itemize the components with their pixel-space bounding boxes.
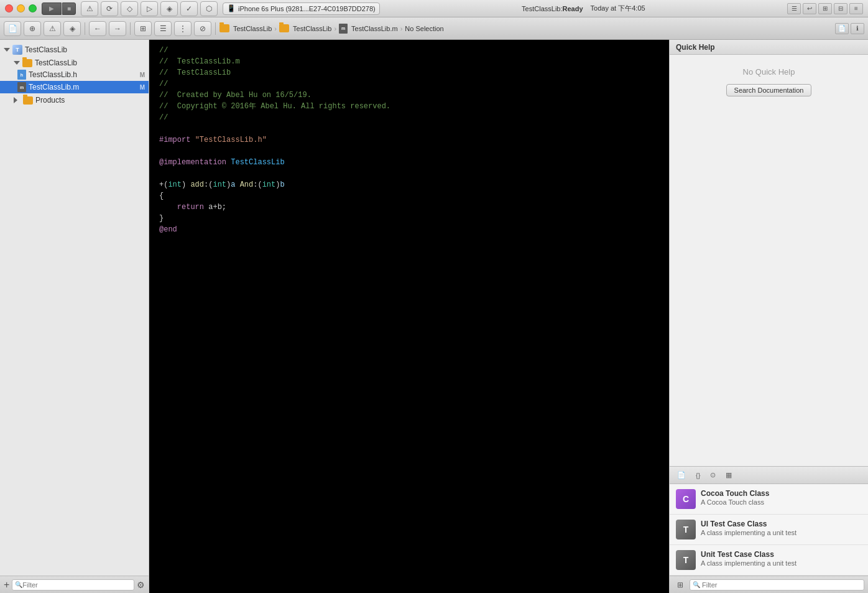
stop-button[interactable]: ■ bbox=[62, 2, 76, 15]
no-quick-help-text: No Quick Help bbox=[743, 67, 795, 77]
code-line-10 bbox=[149, 146, 669, 157]
add-button[interactable]: ⊕ bbox=[24, 21, 41, 36]
breadcrumb-item-2[interactable]: TestClassLib bbox=[279, 24, 331, 32]
environment-button[interactable]: ◈ bbox=[160, 1, 178, 16]
close-button[interactable] bbox=[5, 4, 13, 12]
code-line-7: // bbox=[149, 112, 669, 123]
file-h-icon: h bbox=[17, 70, 26, 80]
breakpoints-button[interactable]: ◈ bbox=[63, 21, 81, 36]
warning-button[interactable]: ⚠ bbox=[81, 1, 98, 16]
breadcrumb-sep-2: › bbox=[334, 25, 336, 32]
list-view-button[interactable]: ☰ bbox=[154, 21, 172, 36]
code-line-13: +(int) add:(int)a And:(int)b bbox=[149, 179, 669, 190]
code-coverage-button[interactable]: ◇ bbox=[121, 1, 138, 16]
compare-button[interactable]: ⊘ bbox=[194, 21, 211, 36]
add-file-button[interactable]: + bbox=[4, 579, 9, 591]
run-test-button[interactable]: ✓ bbox=[180, 1, 198, 16]
build-run-controls: ▶ ■ bbox=[42, 2, 76, 15]
maximize-button[interactable] bbox=[29, 4, 37, 12]
right-panel-toggles: 📄 ℹ bbox=[835, 23, 864, 34]
grid-view-button[interactable]: ⊞ bbox=[134, 21, 152, 36]
forward-button[interactable]: → bbox=[109, 21, 126, 36]
library-filter-input[interactable] bbox=[702, 581, 861, 589]
unit-test-info: Unit Test Case Class A class implementin… bbox=[701, 550, 862, 567]
sidebar-file-tree: T TestClassLib TestClassLib h TestClassL… bbox=[0, 40, 149, 576]
code-line-4: // bbox=[149, 78, 669, 90]
editor-toggle[interactable]: ⊞ bbox=[818, 3, 832, 14]
code-line-14: { bbox=[149, 190, 669, 202]
back-button[interactable]: ← bbox=[89, 21, 106, 36]
sidebar-group-label-root: TestClassLib bbox=[25, 45, 67, 54]
scheme-selector[interactable]: 📱 iPhone 6s Plus (9281...E27-4C019B7DD27… bbox=[223, 2, 380, 15]
new-file-button[interactable]: 📄 bbox=[4, 21, 21, 36]
library-bottom-bar: ⊞ 🔍 bbox=[670, 576, 868, 593]
library-tab-grid[interactable]: ▦ bbox=[723, 470, 734, 480]
breakpoint-button[interactable]: ▷ bbox=[141, 1, 158, 16]
breadcrumb-item-1[interactable]: TestClassLib bbox=[219, 24, 272, 32]
library-tab-file[interactable]: 📄 bbox=[675, 470, 688, 480]
inspector-toggle[interactable]: ≡ bbox=[849, 3, 863, 14]
breadcrumb-sep-1: › bbox=[274, 25, 277, 32]
expand-triangle-sub bbox=[14, 61, 20, 65]
library-tab-bar: 📄 {} ⊙ ▦ bbox=[670, 467, 868, 484]
minimize-button[interactable] bbox=[17, 4, 25, 12]
sidebar-products-header[interactable]: Products bbox=[0, 95, 149, 106]
sidebar-filter-input[interactable] bbox=[22, 581, 131, 589]
library-tab-circle[interactable]: ⊙ bbox=[708, 470, 718, 480]
expand-triangle-root bbox=[4, 48, 10, 52]
scheme-label: iPhone 6s Plus (9281...E27-4C019B7DD278) bbox=[238, 5, 376, 12]
expand-triangle-products bbox=[14, 97, 21, 103]
sidebar-item-testclasslibh[interactable]: h TestClassLib.h M bbox=[0, 68, 149, 81]
breadcrumb-item-3[interactable]: m TestClassLib.m bbox=[339, 24, 398, 34]
library-filter-search-icon: 🔍 bbox=[693, 581, 700, 588]
jump-bar-toggle[interactable]: ↩ bbox=[803, 3, 816, 14]
folder-icon-1 bbox=[219, 24, 229, 32]
layout-toggle-icons: ☰ ↩ ⊞ ⊟ ≡ bbox=[787, 3, 863, 14]
ui-test-info: UI Test Case Class A class implementing … bbox=[701, 520, 862, 536]
toolbar-actions: ⚠ ⟳ ◇ ▷ ◈ ✓ ⬡ bbox=[81, 1, 218, 16]
sidebar-item-testclasslibm[interactable]: m TestClassLib.m M bbox=[0, 81, 149, 93]
library-panel: 📄 {} ⊙ ▦ C Cocoa Touch Class A Cocoa Tou… bbox=[670, 466, 868, 593]
search-documentation-button[interactable]: Search Documentation bbox=[726, 84, 812, 96]
file-h-modified-badge: M bbox=[140, 72, 145, 78]
sidebar-subgroup-header[interactable]: TestClassLib bbox=[0, 57, 149, 68]
file-m-icon-sidebar: m bbox=[17, 82, 26, 92]
code-editor[interactable]: // // TestClassLib.m // TestClassLib // … bbox=[149, 40, 669, 593]
device-icon: 📱 bbox=[227, 4, 236, 12]
hierarchy-button[interactable]: ⋮ bbox=[174, 21, 192, 36]
warning-nav-button[interactable]: ⚠ bbox=[44, 21, 61, 36]
ui-test-title: UI Test Case Class bbox=[701, 520, 862, 528]
code-line-12 bbox=[149, 168, 669, 179]
show-inspector-button[interactable]: 📄 bbox=[835, 23, 849, 34]
quick-help-body: No Quick Help Search Documentation bbox=[670, 55, 868, 466]
separator-3 bbox=[215, 22, 216, 35]
code-line-9: #import "TestClassLib.h" bbox=[149, 134, 669, 146]
debug-button[interactable]: ⬡ bbox=[200, 1, 218, 16]
titlebar-right-controls: ☰ ↩ ⊞ ⊟ ≡ bbox=[787, 3, 863, 14]
sidebar-filter-wrap: 🔍 bbox=[12, 579, 134, 591]
cocoa-touch-info: Cocoa Touch Class A Cocoa Touch class bbox=[701, 489, 862, 506]
status-label: Ready bbox=[563, 5, 583, 12]
library-tab-braces[interactable]: {} bbox=[693, 470, 703, 480]
code-line-2: // TestClassLib.m bbox=[149, 56, 669, 67]
cocoa-touch-icon: C bbox=[676, 489, 696, 509]
filter-search-icon: 🔍 bbox=[15, 581, 22, 588]
quick-help-header: Quick Help bbox=[670, 40, 868, 55]
template-unit-test-case[interactable]: T Unit Test Case Class A class implement… bbox=[670, 545, 868, 576]
navigator-toggle[interactable]: ☰ bbox=[787, 3, 801, 14]
code-line-16: } bbox=[149, 213, 669, 224]
library-grid-icon[interactable]: ⊞ bbox=[673, 579, 687, 591]
cocoa-touch-title: Cocoa Touch Class bbox=[701, 489, 862, 498]
show-library-button[interactable]: ℹ bbox=[851, 23, 864, 34]
error-button[interactable]: ⟳ bbox=[101, 1, 118, 16]
run-button[interactable]: ▶ bbox=[42, 2, 62, 15]
breadcrumb-item-4[interactable]: No Selection bbox=[405, 25, 443, 32]
sidebar-group-header-testclasslib[interactable]: T TestClassLib bbox=[0, 44, 149, 56]
code-line-8 bbox=[149, 123, 669, 134]
file-h-label: TestClassLib.h bbox=[29, 70, 77, 79]
template-ui-test-case[interactable]: T UI Test Case Class A class implementin… bbox=[670, 515, 868, 545]
template-cocoa-touch-class[interactable]: C Cocoa Touch Class A Cocoa Touch class bbox=[670, 484, 868, 515]
project-icon: T bbox=[12, 45, 22, 55]
assistant-toggle[interactable]: ⊟ bbox=[834, 3, 847, 14]
sidebar-settings-button[interactable]: ⚙ bbox=[137, 580, 145, 590]
